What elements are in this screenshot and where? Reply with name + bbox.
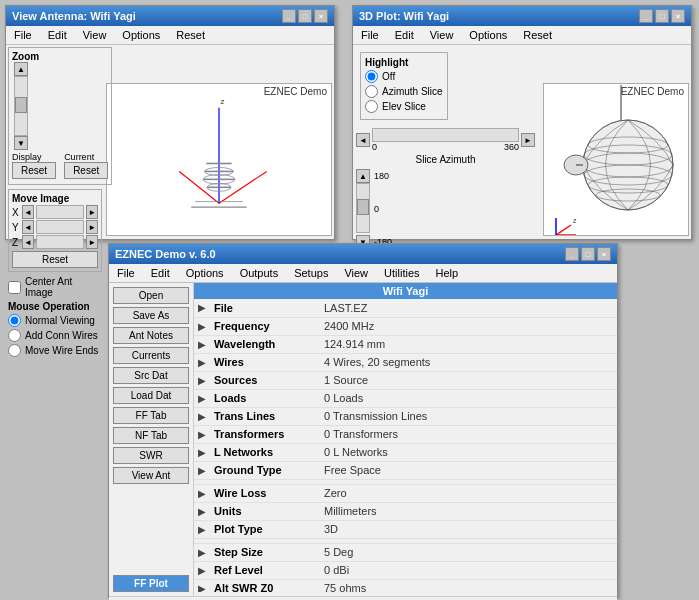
y-right-button[interactable]: ►	[86, 220, 98, 234]
elev-scrollbar[interactable]	[356, 183, 370, 233]
main-menu-setups[interactable]: Setups	[290, 266, 332, 280]
currents-button[interactable]: Currents	[113, 347, 189, 364]
table-row[interactable]: ▶ Ref Level 0 dBi	[194, 561, 617, 579]
plot-menu-reset[interactable]: Reset	[519, 28, 556, 42]
elev-up-button[interactable]: ▲	[356, 169, 370, 183]
close-button[interactable]: ×	[314, 9, 328, 23]
table-row[interactable]: ▶ L Networks 0 L Networks	[194, 443, 617, 461]
main-menu-view[interactable]: View	[340, 266, 372, 280]
display-reset-button[interactable]: Reset	[12, 162, 56, 179]
row-arrow-7: ▶	[194, 425, 210, 443]
svg-text:z: z	[573, 217, 577, 224]
row-arrow-8: ▶	[194, 443, 210, 461]
view-antenna-title-bar: View Antenna: Wifi Yagi _ □ ×	[6, 6, 334, 26]
z-right-button[interactable]: ►	[86, 235, 98, 249]
table-row[interactable]: ▶ Sources 1 Source	[194, 371, 617, 389]
main-menu-options[interactable]: Options	[182, 266, 228, 280]
swr-button[interactable]: SWR	[113, 447, 189, 464]
menu-view[interactable]: View	[79, 28, 111, 42]
main-minimize-button[interactable]: _	[565, 247, 579, 261]
highlight-off-radio[interactable]	[365, 70, 378, 83]
table-row[interactable]: ▶ Frequency 2400 MHz	[194, 317, 617, 335]
highlight-azimuth-radio[interactable]	[365, 85, 378, 98]
view-ant-button[interactable]: View Ant	[113, 467, 189, 484]
move-reset-button[interactable]: Reset	[12, 251, 98, 268]
table-row[interactable]: ▶ Ground Type Free Space	[194, 461, 617, 479]
table-row[interactable]: ▶ Step Size 5 Deg	[194, 543, 617, 561]
plot-menu-edit[interactable]: Edit	[391, 28, 418, 42]
azimuth-left-button[interactable]: ◄	[356, 133, 370, 147]
row-value-11: Zero	[320, 484, 617, 502]
zoom-slider[interactable]	[14, 76, 28, 136]
row-label-7: Transformers	[210, 425, 320, 443]
y-slider[interactable]	[36, 220, 85, 234]
azimuth-scrollbar[interactable]	[372, 128, 519, 142]
row-label-1: Frequency	[210, 317, 320, 335]
azimuth-right-button[interactable]: ►	[521, 133, 535, 147]
center-ant-checkbox[interactable]	[8, 281, 21, 294]
main-menu-edit[interactable]: Edit	[147, 266, 174, 280]
menu-file[interactable]: File	[10, 28, 36, 42]
open-button[interactable]: Open	[113, 287, 189, 304]
plot-minimize-button[interactable]: _	[639, 9, 653, 23]
plot-maximize-button[interactable]: □	[655, 9, 669, 23]
plot-menu-view[interactable]: View	[426, 28, 458, 42]
x-slider[interactable]	[36, 205, 85, 219]
table-row[interactable]: ▶ Transformers 0 Transformers	[194, 425, 617, 443]
x-left-button[interactable]: ◄	[22, 205, 34, 219]
ant-notes-button[interactable]: Ant Notes	[113, 327, 189, 344]
minimize-button[interactable]: _	[282, 9, 296, 23]
zoom-up-button[interactable]: ▲	[14, 62, 28, 76]
svg-text:z: z	[618, 83, 623, 84]
ff-tab-button[interactable]: FF Tab	[113, 407, 189, 424]
highlight-label: Highlight	[365, 57, 443, 68]
main-close-button[interactable]: ×	[597, 247, 611, 261]
z-slider[interactable]	[36, 235, 85, 249]
main-menu-file[interactable]: File	[113, 266, 139, 280]
table-row[interactable]: ▶ Trans Lines 0 Transmission Lines	[194, 407, 617, 425]
row-arrow-4: ▶	[194, 371, 210, 389]
menu-options[interactable]: Options	[118, 28, 164, 42]
save-as-button[interactable]: Save As	[113, 307, 189, 324]
x-right-button[interactable]: ►	[86, 205, 98, 219]
maximize-button[interactable]: □	[298, 9, 312, 23]
table-row[interactable]: ▶ Alt SWR Z0 75 ohms	[194, 579, 617, 592]
plot-menu-options[interactable]: Options	[465, 28, 511, 42]
table-row[interactable]: ▶ Loads 0 Loads	[194, 389, 617, 407]
highlight-elev-radio[interactable]	[365, 100, 378, 113]
row-value-4: 1 Source	[320, 371, 617, 389]
plot-menu-file[interactable]: File	[357, 28, 383, 42]
ff-plot-button[interactable]: FF Plot	[113, 575, 189, 592]
table-row[interactable]: ▶ File LAST.EZ	[194, 299, 617, 317]
elev-mid-val: 0	[374, 204, 392, 214]
src-dat-button[interactable]: Src Dat	[113, 367, 189, 384]
move-wire-ends-radio[interactable]	[8, 344, 21, 357]
highlight-elev-label: Elev Slice	[382, 101, 426, 112]
plot-close-button[interactable]: ×	[671, 9, 685, 23]
z-left-button[interactable]: ◄	[22, 235, 34, 249]
main-menu-outputs[interactable]: Outputs	[236, 266, 283, 280]
menu-edit[interactable]: Edit	[44, 28, 71, 42]
table-row[interactable]: ▶ Units Millimeters	[194, 502, 617, 520]
load-dat-button[interactable]: Load Dat	[113, 387, 189, 404]
left-panel: Open Save As Ant Notes Currents Src Dat …	[109, 283, 194, 596]
sphere-svg: z	[546, 83, 686, 236]
table-row[interactable]: ▶ Wavelength 124.914 mm	[194, 335, 617, 353]
nf-tab-button[interactable]: NF Tab	[113, 427, 189, 444]
zoom-down-button[interactable]: ▼	[14, 136, 28, 150]
current-reset-button[interactable]: Reset	[64, 162, 108, 179]
row-value-17: 75 ohms	[320, 579, 617, 592]
main-menu-utilities[interactable]: Utilities	[380, 266, 423, 280]
plot-3d-menu: File Edit View Options Reset	[353, 26, 691, 45]
table-row[interactable]: ▶ Plot Type 3D	[194, 520, 617, 538]
row-label-5: Loads	[210, 389, 320, 407]
normal-viewing-radio[interactable]	[8, 314, 21, 327]
y-left-button[interactable]: ◄	[22, 220, 34, 234]
menu-reset[interactable]: Reset	[172, 28, 209, 42]
axis-y-label: Y	[12, 222, 20, 233]
main-maximize-button[interactable]: □	[581, 247, 595, 261]
table-row[interactable]: ▶ Wire Loss Zero	[194, 484, 617, 502]
main-menu-help[interactable]: Help	[432, 266, 463, 280]
add-conn-wires-radio[interactable]	[8, 329, 21, 342]
table-row[interactable]: ▶ Wires 4 Wires, 20 segments	[194, 353, 617, 371]
